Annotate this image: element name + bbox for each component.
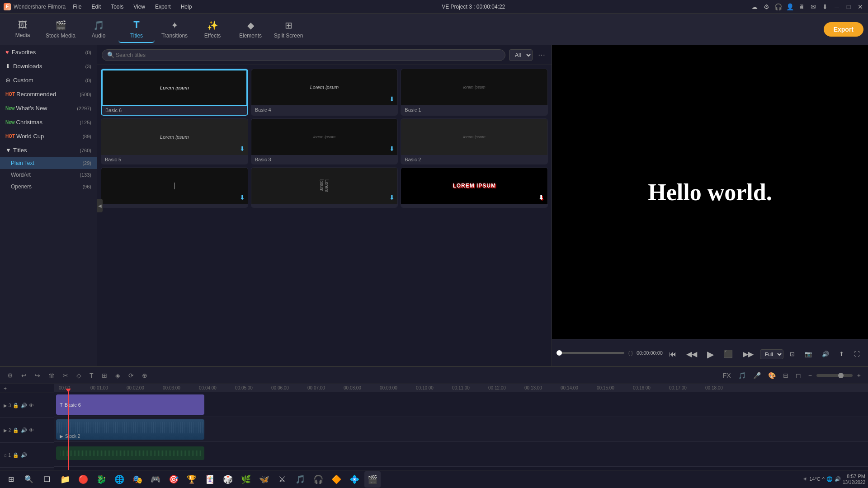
speed-button[interactable]: ⟳ xyxy=(126,370,137,381)
title-card-basic2[interactable]: lorem ipsum Basic 2 xyxy=(401,118,548,164)
timeline-crop-button[interactable]: ◻ xyxy=(793,370,804,381)
track3-hide[interactable]: 👁 xyxy=(29,403,34,408)
track-clip-title[interactable]: T Basic 6 xyxy=(56,394,204,415)
menu-export[interactable]: Export xyxy=(151,3,175,11)
history-button[interactable]: ⊕ xyxy=(139,370,150,381)
taskbar-app4[interactable]: 🎮 xyxy=(147,471,164,488)
toolbar-elements[interactable]: ◆ Elements xyxy=(232,16,269,43)
sidebar-openers[interactable]: Openers (96) xyxy=(0,181,97,192)
settings-icon[interactable]: ⚙ xyxy=(762,3,770,11)
zoom-slider-handle[interactable] xyxy=(838,373,844,378)
toolbar-split-screen[interactable]: ⊞ Split Screen xyxy=(270,16,307,43)
taskbar-app11[interactable]: ⚔ xyxy=(274,471,290,488)
undo-button[interactable]: ↩ xyxy=(19,370,29,381)
taskbar-clock[interactable]: 8:57 PM 13/12/2022 xyxy=(843,473,865,485)
headset-icon[interactable]: 🎧 xyxy=(774,3,782,11)
audio-clip[interactable] xyxy=(56,446,204,460)
title-card-basic5[interactable]: Lorem ipsum ⬇ Basic 5 xyxy=(101,118,248,164)
taskbar-app3[interactable]: 🎭 xyxy=(129,471,146,488)
menu-edit[interactable]: Edit xyxy=(87,3,106,11)
track-clip-video[interactable]: ▶ Stock 2 xyxy=(56,419,204,440)
taskbar-app8[interactable]: 🎲 xyxy=(220,471,236,488)
taskbar-app9[interactable]: 🌿 xyxy=(238,471,254,488)
sidebar-recommended[interactable]: HOT Recommended (500) xyxy=(0,87,97,101)
screen-icon[interactable]: 🖥 xyxy=(797,3,806,11)
stop-button[interactable]: ⬛ xyxy=(720,348,736,360)
download-icon[interactable]: ⬇ xyxy=(821,3,829,11)
fullscreen-button[interactable]: ⛶ xyxy=(850,349,863,359)
close-button[interactable]: ✕ xyxy=(856,3,864,11)
title-card-lorem-red[interactable]: LOREM IPSUM ⬇ xyxy=(401,167,548,208)
play-button[interactable]: ▶ xyxy=(703,347,717,361)
title-card-basic1[interactable]: lorem ipsum Basic 1 xyxy=(401,69,548,116)
sidebar-wordart[interactable]: WordArt (133) xyxy=(0,169,97,181)
screenshot-button[interactable]: 📷 xyxy=(801,349,816,359)
delete-button[interactable]: 🗑 xyxy=(46,370,57,381)
timeline-settings-button[interactable]: ⚙ xyxy=(5,370,16,381)
export-button[interactable]: Export xyxy=(824,22,863,37)
menu-tools[interactable]: Tools xyxy=(106,3,128,11)
filter-dropdown[interactable]: All xyxy=(509,49,533,61)
taskbar-app7[interactable]: 🃏 xyxy=(202,471,218,488)
user-icon[interactable]: 👤 xyxy=(786,3,794,11)
taskbar-spotify[interactable]: 🎧 xyxy=(310,471,326,488)
toolbar-stock-media[interactable]: 🎬 Stock Media xyxy=(42,16,79,43)
taskbar-filmora[interactable]: 🎬 xyxy=(364,471,381,488)
taskbar-vlc[interactable]: 🔶 xyxy=(328,471,344,488)
mail-icon[interactable]: ✉ xyxy=(809,3,817,11)
toolbar-audio[interactable]: 🎵 Audio xyxy=(80,16,117,43)
title-card-row3-1[interactable]: | ⬇ xyxy=(101,167,248,208)
zoom-out-button[interactable]: − xyxy=(806,370,815,381)
preview-scrubber[interactable] xyxy=(557,352,624,354)
export-frame-button[interactable]: ⬆ xyxy=(835,349,848,359)
crop-button[interactable]: ⊞ xyxy=(99,370,110,381)
sidebar-christmas[interactable]: New Christmas (125) xyxy=(0,115,97,129)
track2-hide[interactable]: 👁 xyxy=(29,427,34,433)
text-button[interactable]: T xyxy=(87,370,96,381)
zoom-in-button[interactable]: + xyxy=(854,370,863,381)
search-taskbar-button[interactable]: 🔍 xyxy=(21,471,37,488)
timeline-color-button[interactable]: 🎨 xyxy=(765,370,778,381)
title-card-row3-2[interactable]: Loremipsum ⬇ xyxy=(251,167,398,208)
keyframe-button[interactable]: ◈ xyxy=(113,370,123,381)
prev-frame-button[interactable]: ◀◀ xyxy=(683,348,701,360)
taskbar-sound-icon[interactable]: 🔊 xyxy=(835,476,841,482)
title-card-basic6[interactable]: Lorem ipsum Basic 6 xyxy=(101,69,248,116)
volume-button[interactable]: 🔊 xyxy=(818,349,833,359)
menu-view[interactable]: View xyxy=(129,3,150,11)
track3-lock[interactable]: 🔒 xyxy=(13,403,19,408)
zoom-select[interactable]: Full xyxy=(760,349,783,359)
taskbar-app2[interactable]: 🐉 xyxy=(93,471,109,488)
track2-lock[interactable]: 🔒 xyxy=(13,427,19,433)
taskbar-app13[interactable]: 💠 xyxy=(346,471,363,488)
task-view-button[interactable]: ❑ xyxy=(39,471,55,488)
track3-mute[interactable]: 🔊 xyxy=(21,403,27,408)
timeline-mic-button[interactable]: 🎤 xyxy=(750,370,764,381)
sidebar-custom[interactable]: ⊕ Custom (0) xyxy=(0,73,97,87)
taskbar-app10[interactable]: 🦋 xyxy=(256,471,272,488)
track1-lock[interactable]: 🔒 xyxy=(13,452,19,458)
maximize-button[interactable]: □ xyxy=(844,3,853,11)
timeline-split-button[interactable]: ⊟ xyxy=(780,370,791,381)
sidebar-whats-new[interactable]: New What's New (2297) xyxy=(0,101,97,115)
menu-help[interactable]: Help xyxy=(176,3,197,11)
sidebar-titles[interactable]: ▼ Titles (760) xyxy=(0,143,97,157)
minimize-button[interactable]: ─ xyxy=(833,3,841,11)
add-to-timeline-button[interactable]: + xyxy=(4,385,7,392)
toolbar-media[interactable]: 🖼 Media xyxy=(5,16,41,43)
toolbar-transitions[interactable]: ✦ Transitions xyxy=(156,16,193,43)
sidebar-favorites[interactable]: ♥ Favorites (0) xyxy=(0,45,97,59)
taskbar-app5[interactable]: 🎯 xyxy=(165,471,182,488)
blade-button[interactable]: ◇ xyxy=(74,370,84,381)
sidebar-collapse-button[interactable]: ◀ xyxy=(97,199,103,212)
timeline-fx-button[interactable]: FX xyxy=(720,370,734,381)
title-card-basic4[interactable]: Lorem ipsum ⬇ Basic 4 xyxy=(251,69,398,116)
rewind-button[interactable]: ⏮ xyxy=(665,348,680,360)
toolbar-titles[interactable]: T Titles xyxy=(118,16,155,43)
taskbar-app12[interactable]: 🎵 xyxy=(292,471,308,488)
start-button[interactable]: ⊞ xyxy=(3,471,19,488)
timeline-audio-button[interactable]: 🎵 xyxy=(736,370,749,381)
cut-button[interactable]: ✂ xyxy=(60,370,71,381)
toolbar-effects[interactable]: ✨ Effects xyxy=(194,16,231,43)
redo-button[interactable]: ↪ xyxy=(32,370,43,381)
